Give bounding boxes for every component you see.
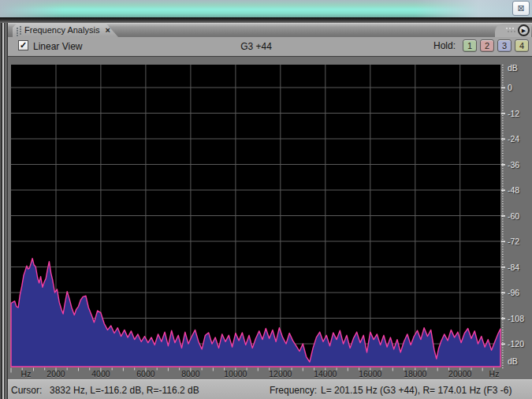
panel-menu-button[interactable]: ▶ — [518, 24, 530, 36]
window-left-border — [0, 23, 8, 399]
y-tick-label: -96 — [508, 288, 519, 297]
hold-button-2[interactable]: 2 — [480, 39, 494, 52]
cursor-label: Cursor: — [11, 385, 42, 396]
x-tick-label: 2000 — [47, 369, 65, 378]
y-tick-label: -108 — [508, 314, 524, 323]
frequency-analysis-window: ⊠ Frequency Analysis × ▶ ✓ Linear View G… — [0, 0, 532, 399]
window-top-edge — [0, 17, 532, 23]
tab-grip-icon[interactable] — [17, 26, 21, 35]
x-tick-label: 6000 — [136, 369, 154, 378]
y-tick-label: -72 — [508, 237, 519, 246]
x-unit-label-left: Hz — [21, 369, 32, 378]
x-tick-label: 10000 — [224, 369, 247, 378]
close-box-button[interactable]: ⊠ — [512, 1, 530, 16]
x-tick-label: 8000 — [181, 369, 199, 378]
x-tick-label: 18000 — [404, 369, 426, 378]
hold-label: Hold: — [433, 40, 456, 51]
linear-view-label: Linear View — [33, 41, 82, 52]
hold-button-3[interactable]: 3 — [497, 39, 512, 52]
x-tick-label: 4000 — [91, 369, 110, 378]
y-tick-label: -120 — [508, 339, 524, 349]
x-tick-label: 16000 — [359, 369, 381, 378]
y-tick-label: -24 — [508, 134, 519, 144]
tab-title: Frequency Analysis — [24, 25, 99, 35]
status-bar: Cursor: 3832 Hz, L=-116.2 dB, R=-116.2 d… — [8, 379, 532, 399]
background-window-strip: ⊠ — [0, 0, 532, 17]
tab-frequency-analysis[interactable]: Frequency Analysis × — [13, 23, 118, 37]
panel-grip-icon — [506, 28, 515, 33]
spectrum-chart — [8, 57, 532, 380]
pitch-readout: G3 +44 — [197, 41, 315, 52]
hold-button-1[interactable]: 1 — [463, 39, 477, 52]
y-tick-label: -60 — [508, 211, 519, 221]
hold-button-4[interactable]: 4 — [515, 39, 529, 52]
linear-view-checkbox[interactable]: ✓ — [18, 40, 28, 50]
panel-corner-controls: ▶ — [495, 24, 531, 37]
y-tick-label: -12 — [508, 109, 519, 118]
y-tick-label: -84 — [508, 263, 519, 272]
x-tick-label: 12000 — [269, 369, 292, 378]
x-unit-label-right: Hz — [489, 369, 500, 378]
y-tick-label: -48 — [508, 185, 519, 195]
x-tick-label: 14000 — [314, 369, 337, 378]
y-unit-label-top: dB — [508, 63, 518, 73]
x-tick-label: 20000 — [448, 369, 471, 378]
toolbar: ✓ Linear View G3 +44 Hold: 1234 — [8, 37, 532, 56]
y-unit-label-bottom: dB — [508, 356, 518, 366]
y-tick-label: 0 — [508, 83, 512, 92]
cursor-value: 3832 Hz, L=-116.2 dB, R=-116.2 dB — [50, 385, 199, 396]
frequency-label: Frequency: — [270, 385, 317, 396]
y-tick-label: -36 — [508, 160, 519, 170]
frequency-value: L= 201.15 Hz (G3 +44), R= 174.01 Hz (F3 … — [321, 385, 512, 396]
hold-group: Hold: 1234 — [433, 39, 529, 52]
plot-region: Hz20004000600080001000012000140001600018… — [8, 56, 532, 379]
